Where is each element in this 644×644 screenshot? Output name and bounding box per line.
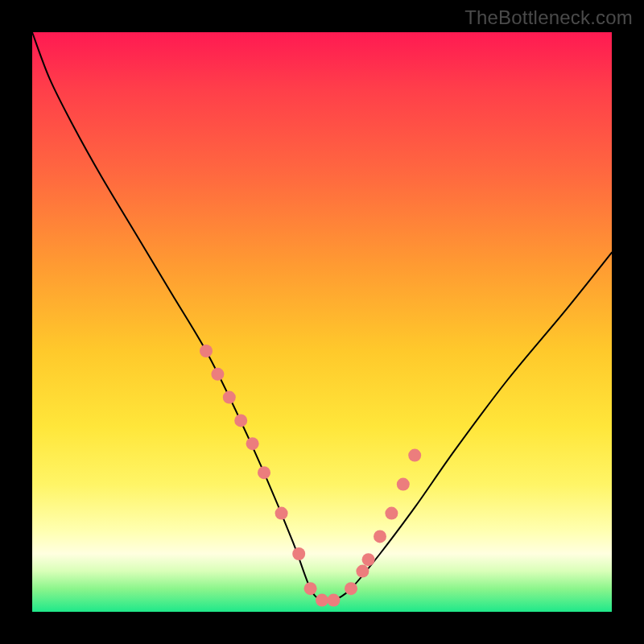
sample-dots-group xyxy=(200,345,421,607)
sample-dot xyxy=(200,345,213,357)
sample-dot xyxy=(223,391,236,404)
watermark-text: TheBottleneck.com xyxy=(464,6,633,29)
sample-dot xyxy=(258,466,270,479)
sample-dot xyxy=(275,507,288,520)
sample-dot xyxy=(316,594,328,607)
bottleneck-curve xyxy=(32,32,612,601)
sample-dot xyxy=(345,582,357,595)
plot-area xyxy=(32,32,612,612)
sample-dot xyxy=(246,437,259,450)
curve-layer xyxy=(32,32,612,612)
sample-dot xyxy=(327,594,340,607)
sample-dot xyxy=(385,507,398,520)
chart-canvas: TheBottleneck.com xyxy=(0,0,644,644)
sample-dot xyxy=(374,530,386,543)
sample-dot xyxy=(292,547,305,560)
sample-dot xyxy=(362,553,375,566)
sample-dot xyxy=(211,368,224,381)
sample-dot xyxy=(234,414,247,427)
sample-dot xyxy=(397,478,410,491)
sample-dot xyxy=(356,565,369,578)
sample-dot xyxy=(408,449,421,462)
sample-dot xyxy=(304,582,317,595)
